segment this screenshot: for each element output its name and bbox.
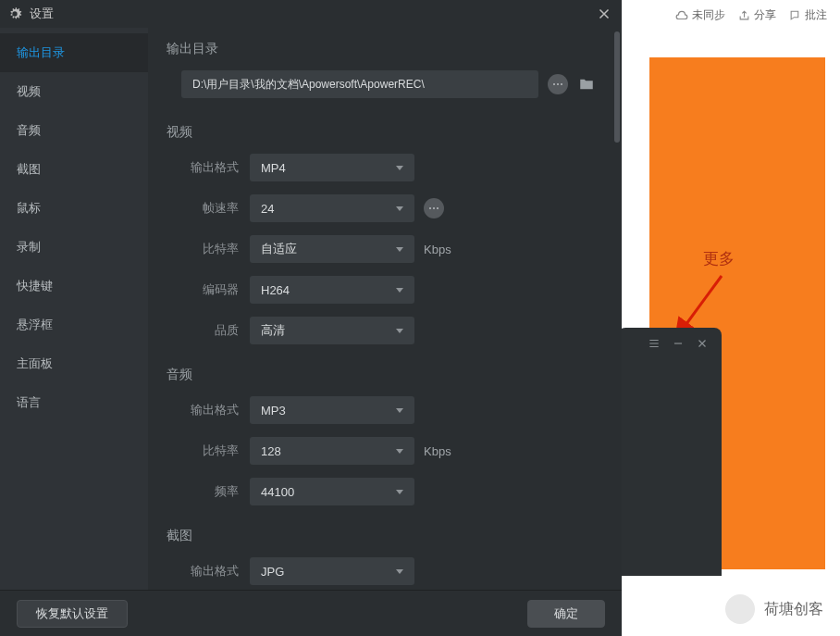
sync-label: 未同步 — [692, 7, 725, 23]
select-value: JPG — [261, 565, 284, 579]
close-icon[interactable] — [696, 337, 709, 350]
audio-freq-label: 频率 — [167, 483, 239, 500]
sidebar-item-label: 语言 — [17, 395, 41, 409]
sidebar-item-label: 鼠标 — [17, 201, 41, 215]
video-fps-label: 帧速率 — [167, 200, 239, 217]
select-value: 高清 — [261, 322, 285, 339]
wechat-account-name: 荷塘创客 — [764, 600, 823, 619]
sidebar-item-video[interactable]: 视频 — [0, 72, 148, 111]
floating-window — [618, 328, 722, 576]
sidebar-item-output[interactable]: 输出目录 — [0, 33, 148, 72]
sidebar-item-label: 悬浮框 — [17, 318, 53, 331]
section-heading: 视频 — [167, 124, 603, 141]
sidebar-item-record[interactable]: 录制 — [0, 228, 148, 267]
button-label: 确定 — [554, 605, 578, 622]
video-fps-select[interactable]: 24 — [250, 194, 414, 222]
scrollbar-thumb[interactable] — [614, 31, 620, 143]
dialog-title: 设置 — [30, 6, 54, 22]
section-audio: 音频 输出格式 MP3 比特率 128 Kbps 频率 44100 — [167, 367, 603, 505]
sidebar-item-mouse[interactable]: 鼠标 — [0, 189, 148, 228]
video-quality-select[interactable]: 高清 — [250, 317, 414, 344]
dialog-header: 设置 — [0, 0, 622, 28]
section-heading: 音频 — [167, 367, 603, 383]
section-heading: 截图 — [167, 528, 603, 544]
section-output: 输出目录 ⋯ — [167, 41, 603, 98]
screenshot-format-select[interactable]: JPG — [250, 557, 414, 585]
settings-dialog: 设置 输出目录 视频 音频 截图 鼠标 录制 快捷键 悬浮框 主面板 语言 输出… — [0, 0, 622, 636]
floating-titlebar — [618, 328, 722, 359]
sidebar-item-label: 主面板 — [17, 356, 53, 370]
video-encoder-label: 编码器 — [167, 281, 239, 298]
share-button[interactable]: 分享 — [738, 7, 776, 23]
video-bitrate-select[interactable]: 自适应 — [250, 235, 414, 263]
more-options-icon[interactable]: ⋯ — [548, 74, 568, 94]
audio-bitrate-label: 比特率 — [167, 443, 239, 459]
gear-icon — [7, 6, 22, 21]
annotate-label: 批注 — [805, 7, 827, 23]
share-icon — [738, 9, 750, 21]
sync-status[interactable]: 未同步 — [675, 7, 725, 23]
reset-defaults-button[interactable]: 恢复默认设置 — [17, 600, 128, 628]
sidebar-item-label: 快捷键 — [17, 279, 53, 293]
sidebar-item-label: 输出目录 — [17, 45, 65, 59]
folder-icon[interactable] — [577, 76, 596, 93]
settings-sidebar: 输出目录 视频 音频 截图 鼠标 录制 快捷键 悬浮框 主面板 语言 — [0, 28, 148, 590]
audio-format-label: 输出格式 — [167, 402, 239, 418]
select-value: 128 — [261, 444, 281, 458]
video-format-select[interactable]: MP4 — [250, 154, 414, 181]
sidebar-item-label: 录制 — [17, 240, 41, 254]
audio-freq-select[interactable]: 44100 — [250, 478, 414, 505]
audio-bitrate-select[interactable]: 128 — [250, 437, 414, 465]
video-quality-label: 品质 — [167, 322, 239, 339]
dialog-body: 输出目录 视频 音频 截图 鼠标 录制 快捷键 悬浮框 主面板 语言 输出目录 … — [0, 28, 622, 590]
sidebar-item-label: 音频 — [17, 123, 41, 137]
minimize-icon[interactable] — [672, 337, 685, 350]
annotate-button[interactable]: 批注 — [789, 7, 827, 23]
dialog-close-icon[interactable] — [596, 6, 612, 22]
sidebar-item-language[interactable]: 语言 — [0, 383, 148, 422]
sidebar-item-label: 截图 — [17, 162, 41, 176]
button-label: 恢复默认设置 — [36, 605, 108, 622]
select-value: 44100 — [261, 485, 294, 499]
doc-toolbar: 未同步 分享 批注 — [675, 7, 827, 23]
video-bitrate-label: 比特率 — [167, 241, 239, 257]
settings-content: 输出目录 ⋯ 视频 输出格式 MP4 帧速率 24 ⋯ — [148, 28, 622, 590]
sidebar-item-hotkey[interactable]: 快捷键 — [0, 267, 148, 306]
ok-button[interactable]: 确定 — [527, 600, 605, 628]
wechat-avatar-icon — [725, 594, 755, 624]
menu-icon[interactable] — [648, 337, 661, 350]
screenshot-format-label: 输出格式 — [167, 563, 239, 580]
cloud-icon — [675, 9, 688, 22]
more-label: 更多 — [703, 248, 735, 269]
section-heading: 输出目录 — [167, 41, 603, 57]
select-value: 自适应 — [261, 241, 297, 257]
select-value: MP4 — [261, 161, 286, 175]
dialog-footer: 恢复默认设置 确定 — [0, 590, 622, 636]
sidebar-item-audio[interactable]: 音频 — [0, 111, 148, 150]
select-value: H264 — [261, 283, 290, 297]
sidebar-item-label: 视频 — [17, 84, 41, 98]
sidebar-item-float[interactable]: 悬浮框 — [0, 306, 148, 344]
output-path-input[interactable] — [181, 70, 538, 98]
video-bitrate-unit: Kbps — [424, 243, 451, 256]
video-format-label: 输出格式 — [167, 159, 239, 176]
section-screenshot: 截图 输出格式 JPG — [167, 528, 603, 585]
audio-format-select[interactable]: MP3 — [250, 396, 414, 424]
select-value: 24 — [261, 202, 274, 216]
wechat-footer: 荷塘创客 — [622, 582, 840, 636]
audio-bitrate-unit: Kbps — [424, 444, 451, 458]
sidebar-item-screenshot[interactable]: 截图 — [0, 150, 148, 189]
share-label: 分享 — [754, 7, 776, 23]
video-encoder-select[interactable]: H264 — [250, 276, 414, 304]
sidebar-item-mainpanel[interactable]: 主面板 — [0, 344, 148, 383]
section-video: 视频 输出格式 MP4 帧速率 24 ⋯ 比特率 自适应 Kbps 编码器 — [167, 124, 603, 344]
annotate-icon — [789, 9, 801, 21]
select-value: MP3 — [261, 404, 286, 418]
fps-more-icon[interactable]: ⋯ — [424, 198, 444, 218]
